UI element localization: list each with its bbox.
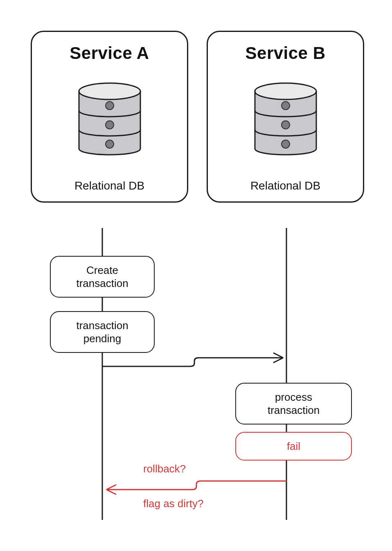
step-pending-line1: transaction xyxy=(76,319,128,332)
annotation-flag-dirty: flag as dirty? xyxy=(143,497,203,510)
step-process-transaction: process transaction xyxy=(235,383,352,425)
service-b-title: Service B xyxy=(208,43,363,63)
service-b-box: Service B Relational DB xyxy=(207,31,364,203)
step-create-line1: Create xyxy=(86,264,118,277)
database-icon xyxy=(73,77,146,163)
svg-point-3 xyxy=(106,140,114,148)
svg-point-6 xyxy=(282,121,290,129)
svg-point-7 xyxy=(282,140,290,148)
service-b-db-label: Relational DB xyxy=(208,179,363,192)
step-process-line1: process xyxy=(275,391,312,404)
step-create-line2: transaction xyxy=(76,277,128,290)
database-icon xyxy=(249,77,322,163)
svg-point-1 xyxy=(106,102,114,110)
service-a-db-label: Relational DB xyxy=(32,179,187,192)
step-fail-label: fail xyxy=(287,440,300,453)
svg-point-4 xyxy=(255,83,316,99)
step-process-line2: transaction xyxy=(268,404,320,417)
svg-point-0 xyxy=(79,83,140,99)
step-create-transaction: Create transaction xyxy=(50,256,155,298)
svg-point-5 xyxy=(282,102,290,110)
service-a-box: Service A Relational DB xyxy=(31,31,188,203)
svg-point-2 xyxy=(106,121,114,129)
step-pending-line2: pending xyxy=(83,332,122,346)
annotation-rollback: rollback? xyxy=(143,463,186,475)
step-transaction-pending: transaction pending xyxy=(50,311,155,353)
step-fail: fail xyxy=(235,432,352,461)
diagram-root: Service A Relational DB Service B xyxy=(0,0,392,551)
service-a-title: Service A xyxy=(32,43,187,63)
